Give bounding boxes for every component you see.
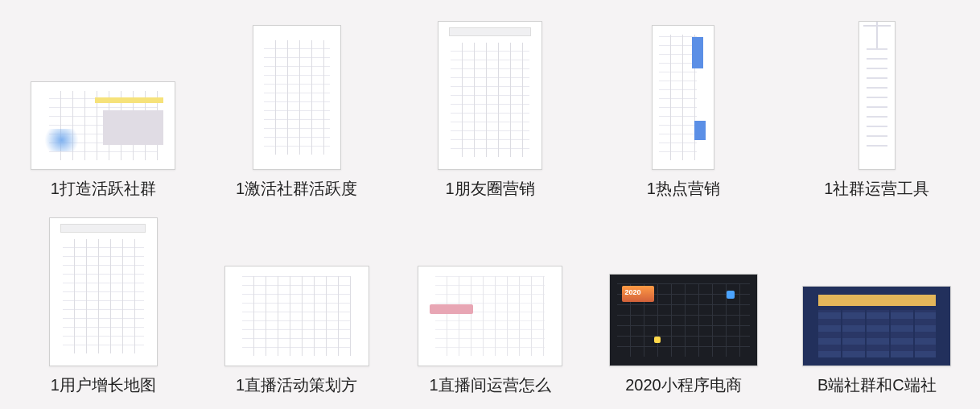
thumbnail [802,286,951,366]
file-label: 1社群运营工具 [824,178,929,200]
file-label: 1打造活跃社群 [51,178,156,200]
file-grid: 1打造活跃社群 1激活社群活跃度 1朋友圈营销 1热点营销 [16,8,964,401]
file-label: 1热点营销 [647,178,720,200]
file-item[interactable]: 1打造活跃社群 [16,8,190,204]
thumbnail [224,266,369,366]
thumbnail [418,266,562,366]
thumbnail-wrap [21,13,185,170]
thumbnail [49,217,158,366]
file-item[interactable]: 1朋友圈营销 [403,8,577,204]
file-label: B端社群和C端社 [817,374,937,396]
thumbnail [31,81,175,170]
file-item[interactable]: 1用户增长地图 [16,204,190,401]
thumbnail-wrap [795,209,959,366]
file-label: 1朋友圈营销 [445,178,534,200]
thumbnail [652,25,714,170]
file-label: 1激活社群活跃度 [236,178,357,200]
file-label: 1直播活动策划方 [236,374,357,396]
thumbnail-wrap [214,209,378,366]
thumbnail-wrap [408,13,572,170]
thumbnail-wrap [21,209,185,366]
thumbnail [438,21,542,170]
file-item[interactable]: B端社群和C端社 [790,204,964,401]
thumbnail-wrap [795,13,959,170]
thumbnail [609,274,758,366]
file-item[interactable]: 1社群运营工具 [790,8,964,204]
file-item[interactable]: 1直播间运营怎么 [403,204,577,401]
thumbnail [859,21,896,170]
file-label: 1用户增长地图 [51,374,156,396]
file-item[interactable]: 2020小程序电商 [596,204,770,401]
thumbnail-wrap [601,209,765,366]
thumbnail-wrap [214,13,378,170]
thumbnail-wrap [408,209,572,366]
thumbnail-wrap [601,13,765,170]
file-label: 1直播间运营怎么 [429,374,550,396]
file-label: 2020小程序电商 [625,374,742,396]
file-item[interactable]: 1激活社群活跃度 [209,8,383,204]
thumbnail [253,25,341,170]
file-item[interactable]: 1直播活动策划方 [209,204,383,401]
file-item[interactable]: 1热点营销 [596,8,770,204]
